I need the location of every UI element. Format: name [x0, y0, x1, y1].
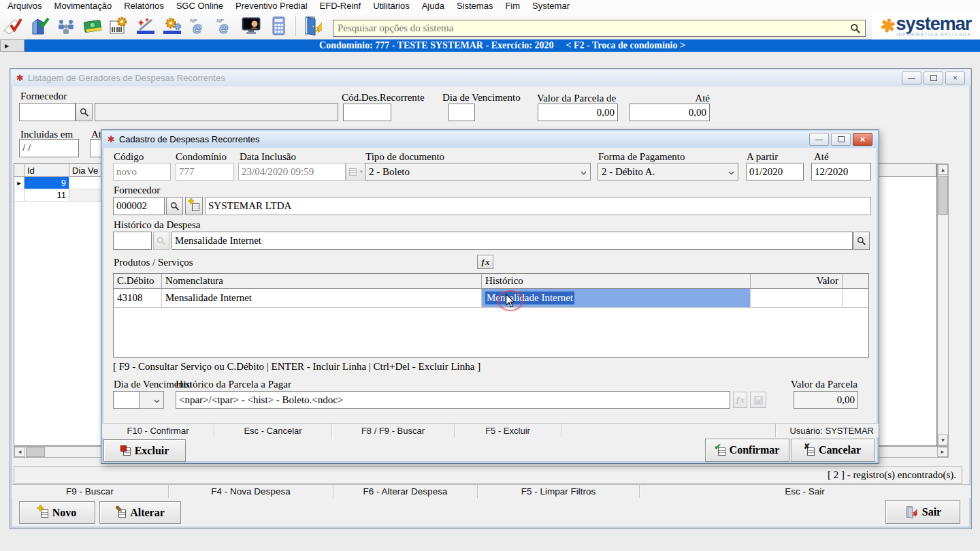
cell-cdebito[interactable]: 43108 — [114, 289, 162, 308]
vertical-scrollbar[interactable]: ▲ ▼ — [937, 163, 949, 446]
fx-functions-button[interactable]: ƒx — [477, 255, 493, 269]
novo-button[interactable]: ✚ Novo — [19, 501, 95, 524]
panel-expand-toggle[interactable]: ▶ — [0, 40, 24, 52]
excluir-button[interactable]: Excluir — [103, 439, 186, 462]
forma-pagamento-select[interactable]: 2 - Débito A. — [598, 163, 738, 180]
menu-utilitarios[interactable]: Utilitários — [367, 0, 415, 12]
calculator-icon[interactable] — [267, 14, 290, 37]
scroll-up-icon[interactable]: ▲ — [938, 164, 948, 175]
fornecedor-add-button[interactable]: ✚ — [185, 197, 203, 215]
listagem-title: Listagem de Geradores de Despesas Recorr… — [28, 73, 225, 83]
minimize-button[interactable]: — — [809, 133, 829, 146]
horizontal-scroll-thumb[interactable] — [26, 447, 45, 457]
exit-door-small-icon — [904, 505, 918, 519]
valor-parcela-field[interactable] — [794, 391, 858, 409]
dia-vencimento-input[interactable] — [113, 391, 140, 409]
svg-text:e: e — [193, 18, 201, 35]
scroll-left-icon[interactable]: ◄ — [14, 447, 25, 457]
menu-arquivos[interactable]: Arquivos — [1, 0, 48, 12]
condominio-bar: Condomínio: 777 - TESTE SYSTEMAR - Exerc… — [24, 40, 980, 52]
valor-parcela-de-input[interactable] — [538, 104, 618, 121]
condominio-switch-hint: < F2 - Troca de condomínio > — [566, 40, 685, 51]
grid-cell-id[interactable]: 9 — [24, 177, 69, 189]
check-form-icon: ✔ — [715, 445, 725, 456]
menu-sistemas[interactable]: Sistemas — [451, 0, 499, 12]
historico-code-input[interactable] — [113, 232, 152, 250]
search-input[interactable] — [333, 22, 850, 34]
itens-table: C.Débito Nomenclatura Histórico Valor 43… — [113, 273, 869, 358]
fornecedor-name-field[interactable] — [205, 197, 871, 215]
people-group-icon[interactable] — [54, 14, 78, 37]
sair-button[interactable]: Sair — [885, 500, 960, 524]
minimize-button[interactable]: — — [902, 72, 921, 84]
confirmar-button[interactable]: ✔ Confirmar — [705, 439, 789, 462]
row-marker-icon: ► — [14, 177, 24, 189]
a-partir-input[interactable] — [746, 163, 804, 180]
maximize-button[interactable] — [831, 133, 851, 146]
cancelar-button[interactable]: ✘ Cancelar — [791, 439, 875, 462]
nfe-2-icon[interactable]: NFe — [214, 14, 237, 37]
menu-sgc-online[interactable]: SGC Online — [170, 0, 229, 12]
search-icon — [80, 108, 89, 117]
ate-input[interactable] — [811, 163, 871, 180]
grid-cell-id[interactable]: 11 — [24, 189, 69, 202]
gear-tasks-icon[interactable] — [161, 14, 184, 37]
cell-valor[interactable] — [751, 289, 843, 308]
incluidas-em-input[interactable] — [19, 139, 79, 157]
historico-lookup-button[interactable] — [853, 232, 870, 250]
menu-systemar[interactable]: Systemar — [526, 0, 576, 12]
scroll-down-icon[interactable]: ▼ — [938, 435, 948, 445]
sair-button-label: Sair — [922, 506, 941, 518]
dia-vencimento-dropdown[interactable] — [139, 391, 164, 409]
historico-parcela-input[interactable] — [176, 391, 730, 409]
fornecedor-code-input[interactable] — [113, 197, 165, 215]
tipo-documento-select[interactable]: 2 - Boleto — [365, 163, 591, 180]
cod-des-recorrente-input[interactable] — [343, 104, 391, 121]
nfe-icon[interactable]: NFe — [187, 14, 210, 37]
barcode-gear-icon[interactable] — [108, 14, 131, 37]
maximize-button[interactable] — [924, 72, 943, 84]
fornecedor-name-field — [95, 103, 338, 121]
fornecedor-search-button[interactable] — [76, 103, 93, 121]
cadastro-title: Cadastro de Despesas Recorrentes — [119, 134, 260, 144]
building-check-icon[interactable] — [28, 14, 51, 37]
table-row[interactable]: 43108 Mensalidade Internet Mensalidade I… — [114, 289, 868, 308]
plus-form-icon: ✚ — [189, 201, 199, 211]
system-search — [333, 20, 866, 37]
grid-selector-header — [14, 164, 24, 177]
search-icon — [857, 236, 866, 246]
dia-vencimento-filter-input[interactable] — [448, 104, 475, 121]
fornecedor-search-button[interactable] — [166, 197, 183, 215]
listagem-titlebar: ✱ Listagem de Geradores de Despesas Reco… — [11, 69, 970, 86]
menu-efd-reinf[interactable]: EFD-Reinf — [314, 0, 368, 12]
menu-fim[interactable]: Fim — [499, 0, 526, 12]
exit-door-icon[interactable] — [301, 14, 325, 37]
fornecedor-code-input[interactable] — [19, 103, 76, 121]
alterar-button[interactable]: ✎ Alterar — [99, 501, 181, 524]
vertical-scroll-thumb[interactable] — [938, 176, 948, 215]
cadastro-titlebar: ✱ Cadastro de Despesas Recorrentes — × — [102, 131, 878, 148]
historico-despesa-input[interactable] — [172, 232, 853, 250]
forma-pagamento-value: 2 - Débito A. — [602, 166, 655, 178]
menu-preventivo-predial[interactable]: Preventivo Predial — [229, 0, 314, 12]
key-f9-buscar: F9 - Buscar — [12, 485, 169, 498]
search-icon[interactable] — [850, 23, 861, 34]
monitor-session-icon[interactable] — [240, 14, 263, 37]
wand-stars-icon[interactable] — [134, 14, 157, 37]
money-book-icon[interactable] — [81, 14, 104, 37]
scroll-right-icon[interactable]: ► — [937, 447, 948, 457]
records-found-strip: [ 2 ] - registro(s) encontrado(s). — [14, 466, 962, 484]
cell-filler — [843, 289, 868, 308]
chevron-down-icon — [581, 166, 587, 178]
menu-movimentacao[interactable]: Movimentação — [48, 0, 118, 12]
mouse-cursor — [505, 294, 515, 311]
menu-relatorios[interactable]: Relatórios — [118, 0, 170, 12]
fornecedor-label: Fornecedor — [20, 91, 67, 102]
edit-check-icon[interactable] — [1, 14, 24, 37]
close-button[interactable]: × — [853, 133, 872, 146]
close-button[interactable]: × — [945, 72, 965, 84]
cell-nomenclatura[interactable]: Mensalidade Internet — [162, 289, 482, 308]
valor-ate-input[interactable] — [630, 104, 710, 121]
menu-ajuda[interactable]: Ajuda — [416, 0, 451, 12]
chevron-down-icon — [728, 166, 734, 178]
